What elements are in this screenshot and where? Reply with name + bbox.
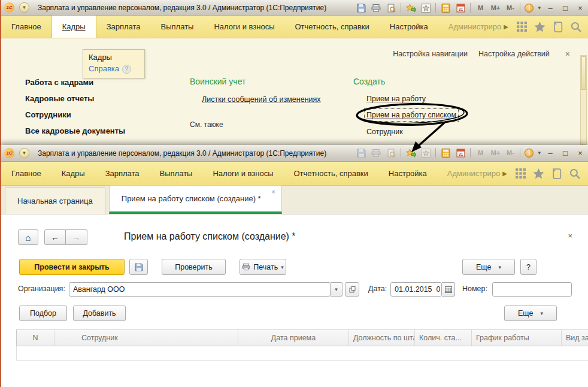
- all-functions-grid-icon[interactable]: [512, 162, 530, 185]
- tab-priem-na-rabotu-spiskom[interactable]: Прием на работу списком (создание) * ×: [109, 185, 282, 214]
- link-priem-na-rabotu-spiskom[interactable]: Прием на работу списком: [366, 111, 456, 119]
- menu-overflow-arrow-icon[interactable]: ▶: [504, 16, 513, 38]
- info-caret-icon[interactable]: ▾: [538, 150, 541, 156]
- column-header-n[interactable]: N: [17, 330, 54, 346]
- column-header-dolzhnost[interactable]: Должность по штатном...: [349, 330, 415, 346]
- post-and-close-button[interactable]: Провести и закрыть: [19, 259, 125, 275]
- add-favorite-icon[interactable]: [405, 3, 416, 13]
- history-icon[interactable]: [548, 162, 566, 185]
- calendar-icon[interactable]: 31: [455, 148, 466, 158]
- column-header-vid-zanyatosti[interactable]: Вид заня: [562, 330, 588, 346]
- close-button[interactable]: ×: [575, 149, 586, 158]
- save-button[interactable]: [129, 259, 148, 275]
- calendar-icon[interactable]: 31: [455, 3, 466, 13]
- panel-close-icon[interactable]: ×: [565, 49, 570, 59]
- info-icon[interactable]: i: [525, 4, 534, 13]
- menu-nastroyka[interactable]: Настройка: [380, 16, 438, 38]
- organization-open-button[interactable]: [345, 282, 359, 297]
- info-caret-icon[interactable]: ▾: [538, 5, 541, 11]
- nav-vse-kadrovye-dokumenty[interactable]: Все кадровые документы: [25, 126, 125, 135]
- menu-kadry[interactable]: Кадры: [51, 162, 95, 185]
- help-question-icon[interactable]: ?: [122, 65, 131, 74]
- add-favorite-icon[interactable]: [405, 148, 416, 158]
- help-button[interactable]: ?: [520, 259, 537, 275]
- system-menu-button[interactable]: ▼: [19, 2, 29, 13]
- menu-nalogi[interactable]: Налоги и взносы: [202, 162, 283, 185]
- form-close-icon[interactable]: ×: [568, 231, 572, 240]
- table-empty-row[interactable]: [16, 346, 588, 361]
- back-button[interactable]: ←: [44, 229, 66, 245]
- scrollbar-vertical[interactable]: [580, 55, 587, 145]
- add-button[interactable]: Добавить: [73, 306, 126, 321]
- minimize-button[interactable]: –: [545, 149, 556, 158]
- search-icon[interactable]: [567, 16, 585, 38]
- menu-zarplata[interactable]: Зарплата: [96, 16, 151, 38]
- column-header-data-priema[interactable]: Дата приема: [238, 330, 349, 346]
- favorites-icon[interactable]: [420, 148, 431, 158]
- menu-overflow-arrow-icon[interactable]: ▶: [502, 162, 512, 185]
- calc-m-plus-button[interactable]: M+: [490, 148, 501, 158]
- home-button[interactable]: ⌂: [18, 229, 38, 245]
- more-button[interactable]: Еще▾: [462, 259, 515, 275]
- calc-m-button[interactable]: M: [475, 3, 486, 13]
- info-icon[interactable]: i: [525, 149, 534, 158]
- more-button-table[interactable]: Еще▾: [504, 306, 557, 321]
- print-preview-icon[interactable]: [386, 148, 396, 158]
- print-preview-icon[interactable]: [386, 3, 396, 13]
- help-link[interactable]: Справка: [89, 64, 119, 73]
- maximize-button[interactable]: □: [560, 4, 571, 13]
- menu-nastroyka[interactable]: Настройка: [378, 162, 437, 185]
- menu-vyplaty[interactable]: Выплаты: [150, 162, 203, 185]
- organization-dropdown-button[interactable]: ▾: [331, 282, 343, 297]
- menu-glavnoe[interactable]: Главное: [1, 162, 51, 185]
- forward-button[interactable]: →: [66, 229, 87, 245]
- favorites-icon[interactable]: [420, 3, 431, 13]
- calc-m-minus-button[interactable]: M-: [505, 148, 516, 158]
- calc-m-plus-button[interactable]: M+: [490, 3, 501, 13]
- tab-home-page[interactable]: Начальная страница: [5, 188, 105, 214]
- all-functions-grid-icon[interactable]: [513, 16, 531, 38]
- menu-administrirovanie[interactable]: Администриро: [438, 16, 504, 38]
- tab-close-icon[interactable]: ×: [272, 189, 275, 195]
- history-icon[interactable]: [549, 16, 567, 38]
- close-button[interactable]: ×: [575, 4, 586, 13]
- number-input[interactable]: [492, 282, 572, 297]
- menu-kadry[interactable]: Кадры: [51, 16, 96, 38]
- favorites-star-icon[interactable]: [530, 162, 548, 185]
- save-icon[interactable]: [356, 148, 366, 158]
- scrollbar-thumb[interactable]: [581, 56, 586, 90]
- menu-otchetnost[interactable]: Отчетность, справки: [285, 16, 380, 38]
- date-input[interactable]: [390, 282, 442, 297]
- calculator-icon[interactable]: [440, 148, 451, 158]
- minimize-button[interactable]: –: [545, 4, 556, 13]
- search-icon[interactable]: [566, 162, 584, 185]
- menu-glavnoe[interactable]: Главное: [1, 16, 51, 38]
- pick-button[interactable]: Подбор: [19, 306, 67, 321]
- nav-sotrudniki[interactable]: Сотрудники: [25, 110, 125, 119]
- menu-administrirovanie[interactable]: Администриро: [437, 162, 502, 185]
- maximize-button[interactable]: □: [560, 149, 571, 158]
- menu-nalogi[interactable]: Налоги и взносы: [204, 16, 284, 38]
- print-icon[interactable]: [371, 148, 381, 158]
- organization-input[interactable]: [69, 282, 331, 297]
- titlebar-window1[interactable]: 1С ▼ Зарплата и управление персоналом, р…: [1, 0, 588, 16]
- check-button[interactable]: Проверить: [162, 259, 226, 275]
- action-settings-link[interactable]: Настройка действий: [478, 50, 550, 58]
- link-priem-na-rabotu[interactable]: Прием на работу: [366, 95, 426, 103]
- titlebar-window2[interactable]: 1С ▼ Зарплата и управление персоналом, р…: [1, 145, 588, 162]
- print-button[interactable]: Печать ▾: [240, 259, 286, 275]
- save-icon[interactable]: [356, 3, 366, 13]
- menu-zarplata[interactable]: Зарплата: [95, 162, 150, 185]
- calc-m-button[interactable]: M: [475, 148, 486, 158]
- column-header-kolich-stavok[interactable]: Колич. ста...: [415, 330, 472, 346]
- date-calendar-button[interactable]: [442, 282, 455, 297]
- calc-m-minus-button[interactable]: M-: [505, 3, 516, 13]
- system-menu-button[interactable]: ▼: [19, 148, 29, 158]
- favorites-star-icon[interactable]: [531, 16, 549, 38]
- print-icon[interactable]: [371, 3, 381, 13]
- nav-rabota-s-kadrami[interactable]: Работа с кадрами: [25, 78, 125, 87]
- link-sotrudnik[interactable]: Сотрудник: [366, 128, 403, 136]
- nav-kadrovye-otchety[interactable]: Кадровые отчеты: [25, 94, 125, 103]
- calculator-icon[interactable]: [440, 3, 451, 13]
- menu-vyplaty[interactable]: Выплаты: [151, 16, 204, 38]
